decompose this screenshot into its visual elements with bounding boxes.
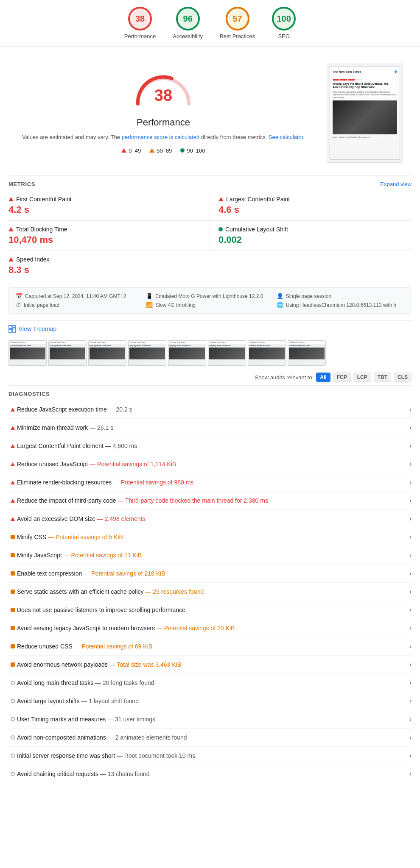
expand-view-button[interactable]: Expand view <box>380 181 412 187</box>
audit-user-timing[interactable]: User Timing marks and measures — 31 user… <box>8 710 412 729</box>
treemap-label: View Treemap <box>19 326 56 332</box>
audit-non-composited-text: Avoid non-composited animations — 2 anim… <box>17 734 406 741</box>
capture-load: ⏱ Initial page load <box>16 302 143 308</box>
svg-rect-0 <box>9 326 12 328</box>
audit-lcp-element-chevron: › <box>409 442 412 450</box>
audit-lcp-element-icon <box>8 444 17 448</box>
audit-long-tasks-text: Avoid long main-thread tasks — 20 long t… <box>17 679 406 686</box>
audit-unused-js-icon <box>8 462 17 466</box>
capture-date: 📅 Captured at Sep 12, 2024, 11:40 AM GMT… <box>16 293 143 299</box>
treemap-icon <box>8 325 16 333</box>
audit-critical-requests-text: Avoid chaining critical requests — 13 ch… <box>17 771 406 777</box>
audit-lcp-element-text: Largest Contentful Paint element — 4,600… <box>17 442 406 449</box>
capture-info: 📅 Captured at Sep 12, 2024, 11:40 AM GMT… <box>8 287 412 314</box>
audit-third-party-text: Reduce the impact of third-party code — … <box>17 497 406 504</box>
screenshot-thumb: The New York Times 👤 Trump Says He Had a… <box>327 64 403 163</box>
audit-render-blocking[interactable]: Eliminate render-blocking resources — Po… <box>8 473 412 492</box>
svg-rect-1 <box>13 326 16 327</box>
filter-tbt[interactable]: TBT <box>374 373 391 382</box>
audit-minimize-thread[interactable]: Minimize main-thread work — 26.1 s › <box>8 419 412 437</box>
audit-render-blocking-icon <box>8 481 17 484</box>
lcp-icon <box>218 197 224 201</box>
filmstrip: The New York Times Trump Says He Had a G… <box>8 337 412 369</box>
diagnostics-header: DIAGNOSTICS <box>8 385 412 401</box>
filter-all[interactable]: All <box>316 373 330 382</box>
score-label-accessibility: Accessibility <box>173 33 203 39</box>
audit-minify-css[interactable]: Minify CSS — Potential savings of 5 KiB … <box>8 528 412 546</box>
gauge-wrapper: 38 <box>129 64 197 106</box>
audit-third-party[interactable]: Reduce the impact of third-party code — … <box>8 492 412 510</box>
filmstrip-item-3: The New York Times Trump Says He Had a G… <box>88 340 126 366</box>
filmstrip-item-7: The New York Times Trump Says He Had a G… <box>248 340 286 366</box>
audit-minify-css-text: Minify CSS — Potential savings of 5 KiB <box>17 534 406 540</box>
audit-text-compression-chevron: › <box>409 570 412 577</box>
capture-browser: 🌐 Using HeadlessChromium 128.0.6613.113 … <box>277 302 404 308</box>
audit-layout-shifts[interactable]: Avoid large layout shifts — 1 layout shi… <box>8 692 412 710</box>
si-icon <box>8 257 14 262</box>
audit-user-timing-chevron: › <box>409 715 412 723</box>
legend-orange: 50–89 <box>149 147 172 154</box>
treemap-link[interactable]: View Treemap <box>8 320 412 337</box>
audit-unused-js[interactable]: Reduce unused JavaScript — Potential sav… <box>8 455 412 473</box>
audit-network-payloads[interactable]: Avoid enormous network payloads — Total … <box>8 656 412 674</box>
audit-list: Reduce JavaScript execution time — 20.2 … <box>8 401 412 783</box>
score-performance[interactable]: 38Performance <box>124 7 156 39</box>
tbt-icon <box>8 227 14 231</box>
audit-third-party-icon <box>8 499 17 503</box>
filter-cls[interactable]: CLS <box>394 373 412 382</box>
gauge-container: 38 <box>8 64 318 110</box>
audit-lcp-element[interactable]: Largest Contentful Paint element — 4,600… <box>8 437 412 455</box>
audit-minimize-thread-text: Minimize main-thread work — 26.1 s <box>17 424 406 431</box>
audit-critical-requests-chevron: › <box>409 770 412 778</box>
audit-non-composited-icon <box>8 735 17 740</box>
audit-text-compression[interactable]: Enable text compression — Potential savi… <box>8 565 412 583</box>
score-seo[interactable]: 100SEO <box>272 7 296 39</box>
perf-score-link[interactable]: performance score is calculated <box>122 134 200 140</box>
score-circle-accessibility: 96 <box>176 7 200 31</box>
audit-critical-requests[interactable]: Avoid chaining critical requests — 13 ch… <box>8 765 412 783</box>
audit-passive-listeners[interactable]: Does not use passive listeners to improv… <box>8 601 412 619</box>
audit-legacy-js[interactable]: Avoid serving legacy JavaScript to moder… <box>8 619 412 637</box>
audit-non-composited[interactable]: Avoid non-composited animations — 2 anim… <box>8 729 412 747</box>
audit-layout-shifts-chevron: › <box>409 697 412 705</box>
filmstrip-item-2: The New York Times Trump Says He Had a G… <box>48 340 87 366</box>
lcp-value: 4.6 s <box>218 204 412 215</box>
audit-network-payloads-icon <box>8 662 17 667</box>
metric-cls: Cumulative Layout Shift 0.002 <box>210 220 412 250</box>
audit-dom-size[interactable]: Avoid an excessive DOM size — 2,498 elem… <box>8 510 412 528</box>
filter-fcp[interactable]: FCP <box>333 373 351 382</box>
audit-cache-policy-chevron: › <box>409 588 412 595</box>
audit-dom-size-text: Avoid an excessive DOM size — 2,498 elem… <box>17 515 406 522</box>
audit-critical-requests-icon <box>8 772 17 776</box>
legend-red-icon <box>121 148 126 153</box>
mock-caption: More: Tweets Lies Vied for Momentum in..… <box>333 136 397 139</box>
filmstrip-item-5: The New York Times Trump Says He Had a G… <box>168 340 206 366</box>
audit-reduce-js-icon <box>8 408 17 412</box>
audit-minify-js[interactable]: Minify JavaScript — Potential savings of… <box>8 546 412 565</box>
filmstrip-item-8: The New York Times Trump Says He Had a G… <box>288 340 326 366</box>
filter-lcp[interactable]: LCP <box>353 373 371 382</box>
score-accessibility[interactable]: 96Accessibility <box>173 7 203 39</box>
audit-cache-policy-icon <box>8 590 17 594</box>
audit-unused-css[interactable]: Reduce unused CSS — Potential savings of… <box>8 637 412 656</box>
mock-image <box>333 100 397 134</box>
audit-unused-js-text: Reduce unused JavaScript — Potential sav… <box>17 461 406 467</box>
audit-cache-policy[interactable]: Serve static assets with an efficient ca… <box>8 583 412 601</box>
audit-reduce-js-chevron: › <box>409 406 412 413</box>
audit-reduce-js[interactable]: Reduce JavaScript execution time — 20.2 … <box>8 401 412 419</box>
perf-left: 38 Performance Values are estimated and … <box>8 64 318 154</box>
calculator-link[interactable]: See calculator. <box>269 134 305 140</box>
audit-server-response[interactable]: Initial server response time was short —… <box>8 747 412 765</box>
audit-minimize-thread-icon <box>8 426 17 430</box>
audit-render-blocking-text: Eliminate render-blocking resources — Po… <box>17 479 406 486</box>
metric-si: Speed Index 8.3 s <box>8 250 412 281</box>
audit-long-tasks[interactable]: Avoid long main-thread tasks — 20 long t… <box>8 674 412 692</box>
cls-icon <box>218 227 223 231</box>
gauge-svg: 38 <box>129 64 197 110</box>
perf-desc: Values are estimated and may vary. The p… <box>8 133 318 142</box>
score-best-practices[interactable]: 57Best Practices <box>220 7 255 39</box>
audit-dom-size-chevron: › <box>409 515 412 523</box>
capture-throttle: 📶 Slow 4G throttling <box>146 302 274 308</box>
score-label-best-practices: Best Practices <box>220 33 255 39</box>
audit-network-payloads-chevron: › <box>409 661 412 668</box>
